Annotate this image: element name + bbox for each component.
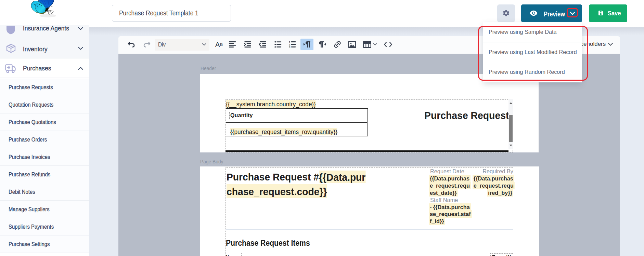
svg-text:3: 3 — [289, 45, 291, 48]
